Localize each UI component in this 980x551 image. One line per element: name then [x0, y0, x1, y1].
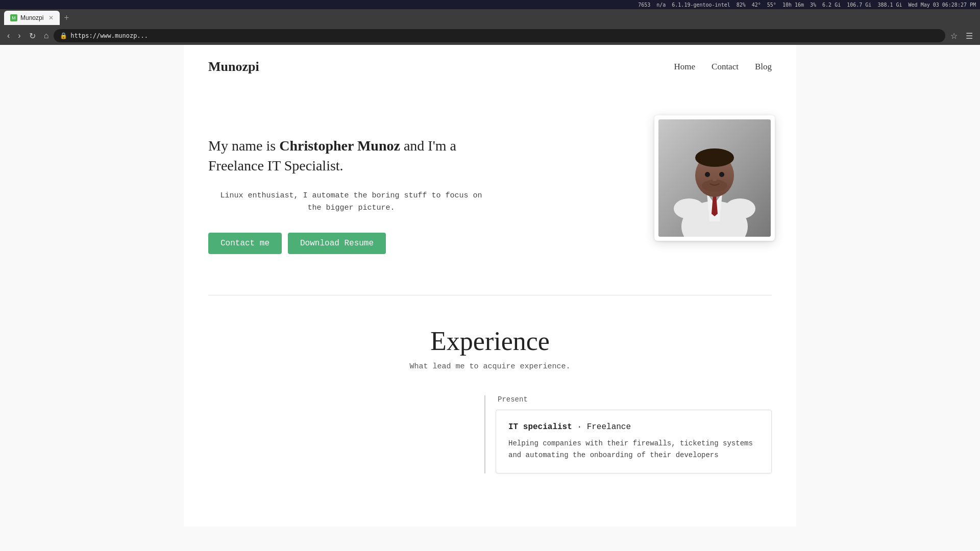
svg-point-6 [695, 148, 734, 167]
nav-links: Home Contact Blog [674, 62, 772, 72]
site-content: Munozpi Home Contact Blog My name is Chr… [184, 45, 796, 527]
hero-subtitle: Linux enthusiast, I automate the boring … [208, 190, 494, 214]
nav-contact[interactable]: Contact [712, 62, 739, 71]
bookmark-button[interactable]: ☆ [947, 29, 961, 43]
site-logo: Munozpi [208, 59, 259, 74]
hero-title: My name is Christopher Munoz and I'm a F… [208, 136, 494, 176]
timeline-present-label: Present [496, 395, 772, 404]
status-cpu-pct: 3% [810, 2, 816, 8]
resume-button[interactable]: Download Resume [288, 233, 386, 254]
status-kernel: 6.1.19-gentoo-intel [672, 2, 730, 8]
hero-buttons: Contact me Download Resume [208, 233, 494, 254]
hero-title-prefix: My name is [208, 138, 279, 154]
svg-point-12 [725, 198, 755, 219]
hero-text: My name is Christopher Munoz and I'm a F… [208, 115, 494, 254]
status-time-info: 10h 16m [782, 2, 804, 8]
address-bar[interactable]: 🔒 https://www.munozp... [54, 29, 945, 42]
status-pid: 7653 [638, 2, 650, 8]
card-title-bold: IT specialist [508, 422, 572, 432]
timeline-line [484, 395, 485, 473]
svg-point-11 [674, 198, 704, 219]
experience-card: IT specialist · Freelance Helping compan… [496, 410, 772, 473]
timeline-column: Present IT specialist · Freelance Helpin… [496, 395, 772, 473]
forward-button[interactable]: › [15, 29, 23, 42]
svg-point-9 [719, 172, 724, 177]
url-text: https://www.munozp... [70, 32, 148, 39]
hero-image-wrapper [654, 115, 772, 241]
status-local: 106.7 Gi [847, 2, 871, 8]
hero-name: Christopher Munoz [279, 138, 400, 154]
tab-bar: M Munozpi ✕ + [0, 9, 980, 27]
nav-blog[interactable]: Blog [755, 62, 772, 71]
reload-button[interactable]: ↻ [26, 29, 39, 43]
tab-favicon: M [10, 14, 17, 21]
svg-point-8 [705, 172, 710, 177]
contact-button[interactable]: Contact me [208, 233, 282, 254]
hero-photo [658, 119, 771, 237]
close-tab-button[interactable]: ✕ [48, 14, 54, 21]
status-memory: 6.2 Gi [822, 2, 841, 8]
lock-icon: 🔒 [60, 32, 67, 39]
status-zfs: 388.1 Gi [877, 2, 902, 8]
card-title: IT specialist · Freelance [508, 422, 759, 432]
card-body: Helping companies with their firewalls, … [508, 438, 759, 461]
status-info1: n/a [656, 2, 666, 8]
hero-image-card [654, 115, 775, 241]
experience-title: Experience [208, 326, 772, 356]
browser-toolbar: ‹ › ↻ ⌂ 🔒 https://www.munozp... ☆ ☰ [0, 27, 980, 45]
active-tab[interactable]: M Munozpi ✕ [4, 11, 60, 25]
status-datetime: Wed May 03 06:28:27 PM [909, 2, 976, 8]
status-battery: 82% [737, 2, 746, 8]
svg-point-10 [713, 178, 717, 181]
new-tab-button[interactable]: + [64, 13, 69, 23]
experience-subtitle: What lead me to acquire experience. [208, 362, 772, 371]
back-button[interactable]: ‹ [4, 29, 13, 42]
card-title-rest: · Freelance [572, 422, 631, 432]
hero-section: My name is Christopher Munoz and I'm a F… [184, 85, 796, 295]
home-button[interactable]: ⌂ [41, 29, 52, 42]
site-nav: Munozpi Home Contact Blog [184, 45, 796, 85]
status-cpu-temp: 55° [767, 2, 776, 8]
menu-button[interactable]: ☰ [963, 29, 976, 43]
tab-label: Munozpi [20, 14, 43, 21]
status-temp: 42° [752, 2, 761, 8]
timeline-wrapper: Present IT specialist · Freelance Helpin… [208, 395, 772, 473]
experience-section: Experience What lead me to acquire exper… [184, 295, 796, 494]
status-bar: 7653 n/a 6.1.19-gentoo-intel 82% 42° 55°… [0, 0, 980, 9]
nav-home[interactable]: Home [674, 62, 696, 71]
